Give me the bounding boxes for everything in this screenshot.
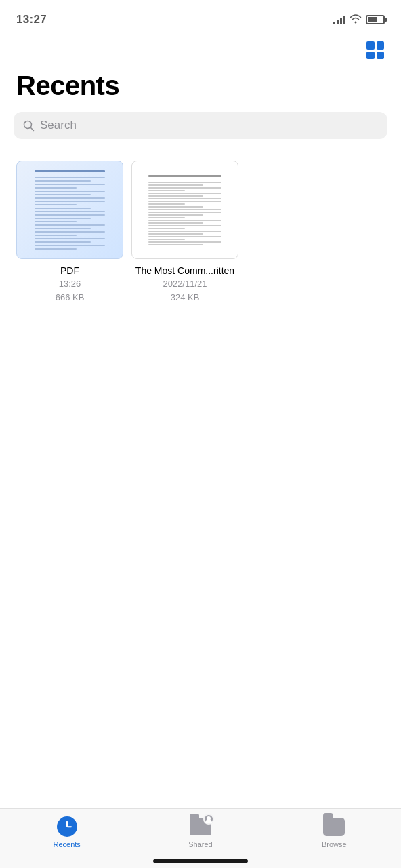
file-item[interactable]: PDF 13:26 666 KB xyxy=(16,161,123,304)
grid-view-button[interactable] xyxy=(363,38,387,62)
search-bar[interactable]: Search xyxy=(14,112,387,139)
tab-shared[interactable]: Shared xyxy=(167,816,234,848)
file-date: 13:26 xyxy=(59,278,81,290)
file-thumbnail xyxy=(131,161,238,259)
home-indicator xyxy=(153,859,248,863)
shared-icon xyxy=(190,816,211,837)
file-size: 666 KB xyxy=(56,292,85,304)
file-size: 324 KB xyxy=(171,292,200,304)
wifi-icon xyxy=(350,14,362,26)
file-date: 2022/11/21 xyxy=(163,278,207,290)
header xyxy=(0,35,401,68)
grid-icon xyxy=(366,41,384,59)
tab-recents-label: Recents xyxy=(53,840,80,848)
file-thumbnail xyxy=(16,161,123,259)
tab-recents[interactable]: Recents xyxy=(33,816,101,848)
page-title: Recents xyxy=(0,68,401,112)
battery-icon xyxy=(366,15,385,24)
recents-icon xyxy=(56,816,78,837)
file-name: PDF xyxy=(60,264,79,277)
search-placeholder[interactable]: Search xyxy=(40,119,378,132)
search-container: Search xyxy=(0,112,401,155)
file-grid: PDF 13:26 666 KB xyxy=(0,155,401,310)
tab-browse[interactable]: Browse xyxy=(300,816,368,848)
svg-line-1 xyxy=(30,127,34,131)
tab-browse-label: Browse xyxy=(322,840,347,848)
signal-icon xyxy=(333,15,345,24)
file-name: The Most Comm...ritten xyxy=(135,264,234,277)
status-bar: 13:27 xyxy=(0,0,401,35)
file-item[interactable]: The Most Comm...ritten 2022/11/21 324 KB xyxy=(131,161,238,304)
tab-shared-label: Shared xyxy=(188,840,212,848)
search-icon xyxy=(23,120,35,132)
browse-icon xyxy=(323,816,345,837)
status-icons xyxy=(333,14,385,26)
status-time: 13:27 xyxy=(16,13,47,26)
